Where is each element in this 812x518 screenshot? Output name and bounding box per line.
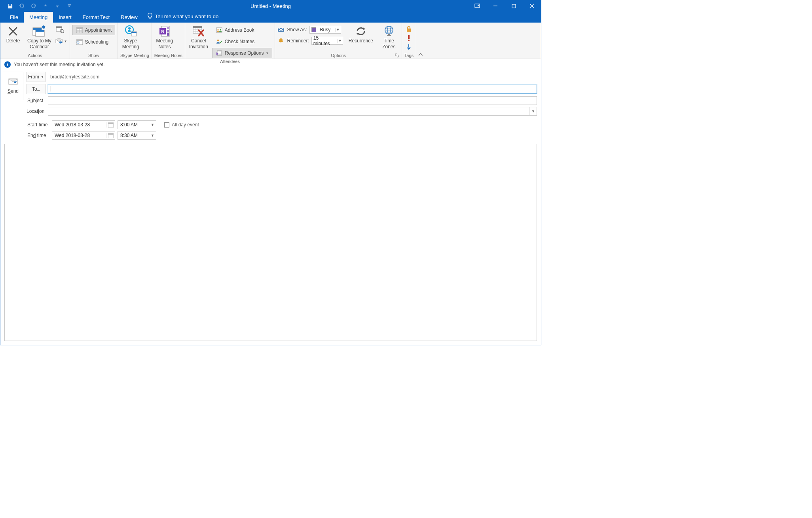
- response-options-button[interactable]: Response Options ▼: [212, 48, 273, 58]
- from-value: brad@terrytestsite.com: [48, 74, 537, 80]
- svg-rect-42: [108, 123, 114, 124]
- send-label: Send: [8, 88, 19, 94]
- svg-rect-36: [408, 35, 410, 39]
- qat-customize-icon[interactable]: [65, 2, 73, 10]
- location-field[interactable]: ▼: [48, 107, 537, 116]
- svg-rect-18: [167, 27, 169, 29]
- calendar-picker-icon[interactable]: [106, 122, 115, 128]
- svg-rect-39: [14, 81, 17, 82]
- recurrence-button[interactable]: Recurrence: [347, 24, 375, 44]
- collapse-ribbon-button[interactable]: [416, 23, 425, 59]
- check-names-label: Check Names: [225, 39, 254, 44]
- group-options: Show As: Busy ▼ Reminder: 15: [275, 23, 402, 59]
- svg-point-37: [408, 40, 410, 41]
- calendar-picker-icon[interactable]: [106, 133, 115, 138]
- scheduling-button[interactable]: Scheduling: [72, 37, 112, 47]
- to-field[interactable]: [48, 85, 537, 93]
- group-meeting-notes: N Meeting Notes Meeting Notes: [152, 23, 185, 59]
- calendar-search-icon[interactable]: [55, 25, 65, 34]
- ribbon-display-options-icon[interactable]: [468, 0, 486, 11]
- start-time-field[interactable]: 8:00 AM ▼: [118, 120, 156, 129]
- appointment-button[interactable]: Appointment: [72, 25, 115, 35]
- outlook-meeting-window: Untitled - Meeting File Meeting Insert F…: [0, 0, 541, 345]
- maximize-button[interactable]: [505, 0, 523, 11]
- dialog-launcher-icon[interactable]: [395, 53, 399, 58]
- group-skype-label: Skype Meeting: [120, 52, 149, 59]
- svg-rect-34: [388, 34, 390, 35]
- meeting-notes-button[interactable]: N Meeting Notes: [154, 24, 175, 50]
- title-bar: Untitled - Meeting: [0, 0, 541, 11]
- chevron-down-icon[interactable]: ▼: [149, 123, 156, 127]
- calendar-copy-icon: [32, 25, 46, 38]
- reminder-label: Reminder:: [287, 38, 309, 44]
- forward-icon[interactable]: ▼: [55, 37, 67, 46]
- group-attendees: Cancel Invitation Address Book Ch: [185, 23, 275, 59]
- prev-item-icon[interactable]: [42, 2, 49, 10]
- svg-rect-25: [216, 28, 222, 32]
- private-lock-icon[interactable]: [406, 26, 412, 33]
- copy-to-calendar-button[interactable]: Copy to My Calendar: [26, 24, 53, 50]
- undo-icon[interactable]: [18, 2, 26, 10]
- reminder-combo[interactable]: 15 minutes ▼: [311, 37, 343, 45]
- tab-format-text[interactable]: Format Text: [77, 12, 115, 23]
- end-time-field[interactable]: 8:30 AM ▼: [118, 131, 156, 140]
- from-label: From: [28, 74, 39, 80]
- close-button[interactable]: [523, 0, 541, 11]
- subject-label: Subject: [27, 98, 46, 103]
- ribbon-tabs: File Meeting Insert Format Text Review T…: [0, 11, 541, 23]
- svg-rect-44: [108, 133, 114, 135]
- window-buttons: [468, 0, 541, 11]
- info-text: You haven't sent this meeting invitation…: [14, 62, 104, 67]
- end-date-field[interactable]: Wed 2018-03-28: [52, 131, 115, 140]
- chevron-down-icon[interactable]: ▼: [529, 107, 537, 115]
- ribbon: Delete Copy to My Calendar ▼: [0, 23, 541, 59]
- low-importance-icon[interactable]: [406, 44, 411, 51]
- svg-rect-7: [56, 27, 62, 28]
- next-item-icon[interactable]: [53, 2, 61, 10]
- all-day-checkbox[interactable]: [164, 122, 169, 128]
- chevron-down-icon: ▼: [64, 40, 67, 43]
- tell-me-search[interactable]: Tell me what you want to do: [143, 10, 222, 23]
- save-icon[interactable]: [6, 2, 14, 10]
- skype-meeting-button[interactable]: Skype Meeting: [120, 24, 141, 50]
- end-date-value: Wed 2018-03-28: [52, 133, 106, 138]
- tab-insert[interactable]: Insert: [53, 12, 77, 23]
- time-zones-button[interactable]: Time Zones: [379, 24, 399, 50]
- svg-text:N: N: [161, 29, 164, 34]
- check-names-button[interactable]: Check Names: [212, 36, 273, 47]
- start-date-field[interactable]: Wed 2018-03-28: [52, 120, 115, 129]
- from-button[interactable]: From ▼: [27, 72, 46, 82]
- show-as-combo[interactable]: Busy ▼: [309, 26, 341, 34]
- high-importance-icon[interactable]: [407, 35, 410, 42]
- globe-icon: [383, 25, 395, 38]
- to-label: To...: [32, 86, 40, 92]
- tab-meeting[interactable]: Meeting: [24, 12, 53, 23]
- location-label: Location: [27, 109, 46, 114]
- cancel-label-2: Invitation: [189, 44, 208, 50]
- chevron-down-icon: ▼: [41, 75, 44, 79]
- cancel-invitation-button[interactable]: Cancel Invitation: [188, 24, 210, 50]
- to-button[interactable]: To...: [27, 84, 46, 94]
- chevron-down-icon: ▼: [335, 28, 341, 32]
- notes-label-1: Meeting: [156, 38, 173, 44]
- chevron-down-icon[interactable]: ▼: [149, 133, 156, 137]
- end-time-label: End time: [27, 133, 49, 138]
- tab-review[interactable]: Review: [115, 12, 143, 23]
- lightbulb-icon: [147, 13, 153, 20]
- send-button[interactable]: Send: [3, 72, 23, 100]
- start-time-value: 8:00 AM: [118, 122, 149, 128]
- copy-label-2: Calendar: [30, 44, 49, 50]
- address-book-button[interactable]: Address Book: [212, 25, 273, 35]
- svg-rect-40: [14, 82, 16, 83]
- group-actions-label: Actions: [3, 52, 67, 59]
- group-show-label: Show: [72, 52, 115, 59]
- subject-field[interactable]: [48, 96, 537, 105]
- message-body[interactable]: [4, 144, 537, 341]
- minimize-button[interactable]: [486, 0, 505, 11]
- tab-file[interactable]: File: [4, 12, 24, 23]
- tz-label-2: Zones: [382, 44, 395, 50]
- delete-button[interactable]: Delete: [3, 24, 23, 44]
- window-title: Untitled - Meeting: [250, 3, 291, 9]
- start-date-value: Wed 2018-03-28: [52, 122, 106, 128]
- redo-icon[interactable]: [30, 2, 38, 10]
